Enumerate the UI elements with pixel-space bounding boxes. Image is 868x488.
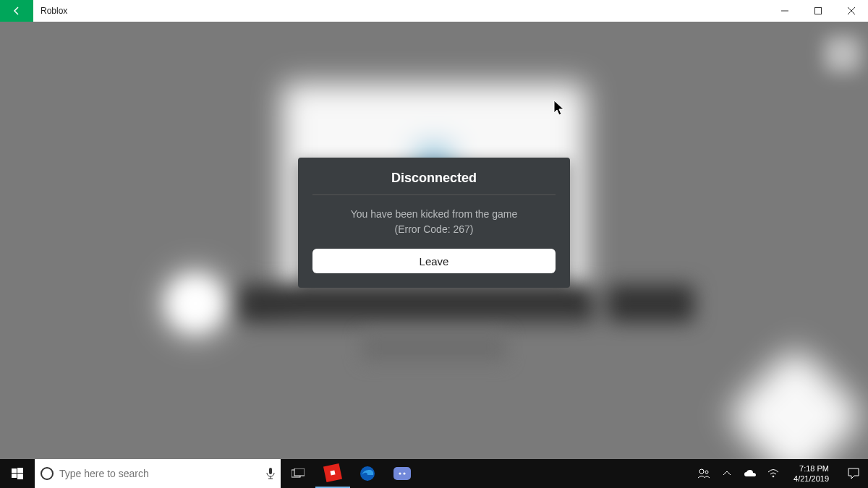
minimize-button[interactable] <box>768 0 801 22</box>
game-viewport: Disconnected You have been kicked from t… <box>0 22 868 459</box>
task-view-button[interactable] <box>281 459 315 488</box>
clock-date: 4/21/2019 <box>793 474 829 484</box>
blurred-title-text <box>237 285 595 322</box>
notification-icon <box>848 468 859 479</box>
svg-rect-2 <box>12 468 17 473</box>
action-center-button[interactable] <box>839 459 868 488</box>
svg-rect-3 <box>17 468 23 473</box>
dialog-message: You have been kicked from the game (Erro… <box>312 207 556 237</box>
taskbar: 7:18 PM 4/21/2019 <box>0 459 868 488</box>
disconnected-dialog: Disconnected You have been kicked from t… <box>298 158 570 288</box>
search-box[interactable] <box>35 459 281 488</box>
start-button[interactable] <box>0 459 35 488</box>
dialog-divider <box>312 194 556 195</box>
svg-rect-5 <box>17 474 23 479</box>
maximize-icon <box>814 7 822 14</box>
people-icon[interactable] <box>697 468 711 479</box>
maximize-button[interactable] <box>801 0 835 22</box>
discord-icon <box>393 467 411 480</box>
svg-point-15 <box>705 471 708 474</box>
minimize-icon <box>781 7 788 14</box>
blurred-glow-bottom-right <box>724 344 867 459</box>
svg-rect-6 <box>269 468 272 474</box>
arrow-left-icon <box>12 6 22 16</box>
taskbar-clock[interactable]: 7:18 PM 4/21/2019 <box>789 463 833 484</box>
microphone-icon[interactable] <box>266 468 275 479</box>
window-titlebar: Roblox <box>0 0 868 22</box>
svg-point-14 <box>699 469 704 474</box>
svg-rect-10 <box>294 468 305 476</box>
roblox-icon <box>323 463 342 482</box>
search-input[interactable] <box>59 468 260 479</box>
close-button[interactable] <box>835 0 868 22</box>
dialog-message-line1: You have been kicked from the game <box>312 207 556 222</box>
taskbar-app-edge[interactable] <box>350 459 385 488</box>
back-button[interactable] <box>0 0 33 22</box>
network-icon[interactable] <box>766 469 780 478</box>
windows-logo-icon <box>12 468 23 479</box>
clock-time: 7:18 PM <box>793 463 829 474</box>
blurred-subtitle <box>362 333 506 361</box>
leave-button[interactable]: Leave <box>312 249 556 273</box>
window-controls <box>768 0 868 22</box>
taskbar-app-roblox[interactable] <box>315 459 350 488</box>
task-view-icon <box>292 468 305 479</box>
window-title: Roblox <box>33 6 67 16</box>
blurred-glow-top-right <box>825 36 861 72</box>
system-tray: 7:18 PM 4/21/2019 <box>691 463 839 484</box>
tray-chevron-up-icon[interactable] <box>720 471 734 476</box>
svg-rect-1 <box>815 8 822 14</box>
cortana-icon <box>41 467 54 480</box>
svg-point-12 <box>399 472 401 474</box>
svg-rect-4 <box>12 474 17 478</box>
svg-point-13 <box>403 472 405 474</box>
dialog-message-line2: (Error Code: 267) <box>312 222 556 237</box>
onedrive-icon[interactable] <box>743 470 757 477</box>
dialog-title: Disconnected <box>312 171 556 194</box>
edge-icon <box>359 466 375 481</box>
blurred-avatar <box>166 275 224 333</box>
taskbar-app-discord[interactable] <box>385 459 420 488</box>
svg-point-16 <box>773 476 775 478</box>
blurred-tag <box>608 285 694 322</box>
close-icon <box>848 7 855 14</box>
